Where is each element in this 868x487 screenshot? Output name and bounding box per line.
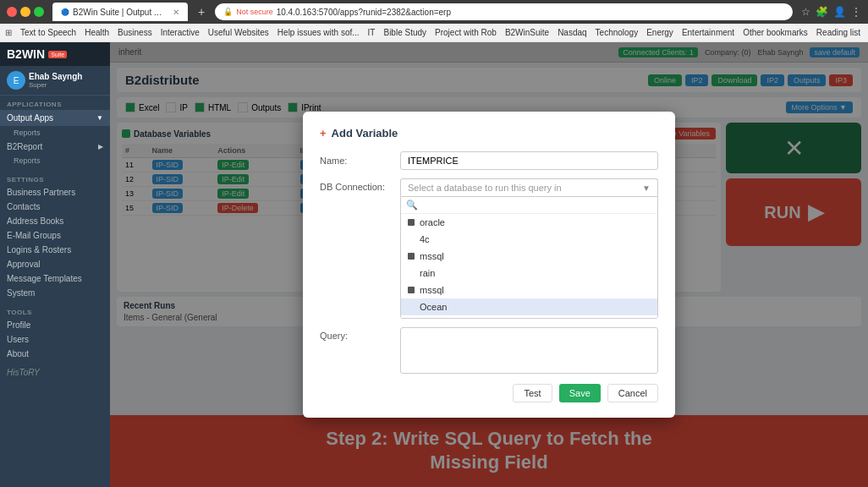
close-btn[interactable] [7, 7, 17, 17]
sidebar-section-tools: TOOLS [0, 304, 110, 318]
main-content: inherit Connected Clients: 1 Company: (0… [110, 42, 868, 487]
bookmarks-bar: ⊞ Text to Speech Health Business Interac… [0, 24, 868, 42]
bookmark-nasdaq[interactable]: Nasdaq [558, 28, 586, 37]
db-dropdown-container: Select a database to run this query in ▼… [400, 178, 658, 319]
bookmark-health[interactable]: Health [85, 28, 109, 37]
sidebar-item-approval[interactable]: Approval [0, 257, 110, 271]
db-dot-oracle1 [408, 219, 415, 226]
db-dot-mssql1 [408, 253, 415, 260]
db-dropdown-input[interactable]: Select a database to run this query in ▼ [400, 178, 658, 196]
modal: + Add Variable Name: DB Connection: Sele… [303, 112, 675, 418]
dropdown-item-mssql1[interactable]: mssql [401, 248, 657, 265]
user-name: Ehab Sayngh [29, 72, 82, 81]
dropdown-item-mssql2[interactable]: mssql [401, 282, 657, 298]
lock-icon: 🔓 [223, 8, 233, 16]
modal-overlay: + Add Variable Name: DB Connection: Sele… [110, 42, 868, 487]
browser-chrome: 🔵 B2Win Suite | Output Applicatio... ✕ +… [0, 0, 868, 24]
sidebar-item-email-groups[interactable]: E-Mail Groups [0, 228, 110, 243]
browser-tab-new[interactable]: + [191, 3, 212, 21]
sidebar-item-business-partners[interactable]: Business Partners [0, 185, 110, 200]
save-button[interactable]: Save [559, 384, 601, 402]
address-text: 10.4.0.163:5700/apps?runid=2382&action=e… [277, 8, 451, 17]
query-label: Query: [320, 327, 400, 341]
more-icon[interactable]: ⋮ [851, 6, 861, 18]
bookmark-project[interactable]: Project with Rob [435, 28, 497, 37]
query-row: Query: [320, 327, 658, 374]
bookmark-apps-icon[interactable]: ⊞ [5, 28, 12, 37]
test-button[interactable]: Test [513, 384, 552, 402]
modal-title: + Add Variable [320, 127, 658, 140]
sidebar-logo: B2WIN Suite [0, 42, 110, 66]
dropdown-search-row: 🔍 [401, 197, 657, 214]
sidebar-item-address-books[interactable]: Address Books [0, 214, 110, 228]
history-label: HisToRY [0, 361, 110, 377]
sidebar-item-profile[interactable]: Profile [0, 318, 110, 332]
not-secure-label: Not secure [236, 8, 273, 16]
bookmark-it[interactable]: IT [368, 28, 376, 37]
sidebar-user: E Ehab Sayngh Super [0, 66, 110, 96]
db-dot-mssql2 [408, 287, 415, 293]
name-row: Name: [320, 151, 658, 170]
sidebar: B2WIN Suite E Ehab Sayngh Super APPLICAT… [0, 42, 110, 487]
sidebar-item-reports[interactable]: Reports [0, 154, 110, 167]
dropdown-item-mssql3[interactable]: mssql [401, 315, 657, 319]
bookmark-energy[interactable]: Energy [646, 28, 673, 37]
sidebar-item-logins[interactable]: Logins & Rosters [0, 243, 110, 257]
tab-favicon: 🔵 [61, 8, 69, 16]
browser-controls [7, 7, 44, 17]
modal-title-icon: + [320, 127, 327, 140]
db-row: DB Connection: Select a database to run … [320, 178, 658, 319]
profile-icon[interactable]: 👤 [833, 6, 846, 18]
star-icon[interactable]: ☆ [801, 6, 810, 18]
dropdown-item-ocean[interactable]: Ocean [401, 298, 657, 315]
address-bar[interactable]: 🔓 Not secure 10.4.0.163:5700/apps?runid=… [215, 3, 793, 20]
logo-badge: Suite [48, 51, 67, 58]
bookmark-business[interactable]: Business [118, 28, 152, 37]
bookmark-b2win[interactable]: B2WinSuite [505, 28, 549, 37]
dropdown-item-rain[interactable]: rain [401, 265, 657, 282]
sidebar-section-applications: APPLICATIONS [0, 96, 110, 110]
sidebar-item-message-templates[interactable]: Message Templates [0, 271, 110, 286]
logo-text: B2WIN [7, 47, 45, 61]
bookmark-help[interactable]: Help issues with sof... [277, 28, 360, 37]
dropdown-item-oracle1[interactable]: oracle [401, 214, 657, 231]
dropdown-search-icon: 🔍 [406, 200, 418, 211]
browser-menu-icons: ☆ 🧩 👤 ⋮ [801, 6, 861, 18]
bookmark-reading[interactable]: Reading list [816, 28, 860, 37]
bookmark-bible[interactable]: Bible Study [383, 28, 426, 37]
bookmark-entertainment[interactable]: Entertainment [682, 28, 734, 37]
db-dropdown-list: 🔍 oracle 4c [400, 196, 658, 319]
dropdown-arrow-icon: ▼ [642, 183, 651, 193]
query-input[interactable] [400, 327, 658, 374]
bookmark-text-to-speech[interactable]: Text to Speech [20, 28, 76, 37]
sidebar-item-contacts[interactable]: Contacts [0, 200, 110, 214]
sidebar-item-about[interactable]: About [0, 347, 110, 361]
sidebar-section-settings: SETTINGS [0, 171, 110, 185]
name-label: Name: [320, 156, 400, 166]
bookmark-tech[interactable]: Technology [596, 28, 639, 37]
cancel-button[interactable]: Cancel [607, 384, 658, 402]
dropdown-item-4c[interactable]: 4c [401, 231, 657, 248]
modal-footer: Test Save Cancel [320, 384, 658, 402]
browser-tab-active[interactable]: 🔵 B2Win Suite | Output Applicatio... ✕ [52, 3, 188, 21]
extensions-icon[interactable]: 🧩 [816, 6, 828, 18]
sidebar-item-b2report[interactable]: B2Report▶ [0, 140, 110, 154]
bookmark-other[interactable]: Other bookmarks [743, 28, 808, 37]
tab-close-icon[interactable]: ✕ [173, 8, 179, 17]
bookmark-useful[interactable]: Useful Websites [208, 28, 269, 37]
sidebar-item-output-apps[interactable]: Output Apps▼ [0, 110, 110, 126]
db-label: DB Connection: [320, 178, 400, 192]
sidebar-item-reports-sub[interactable]: Reports [0, 126, 110, 140]
avatar: E [7, 71, 25, 90]
minimize-btn[interactable] [20, 7, 30, 17]
maximize-btn[interactable] [34, 7, 44, 17]
sidebar-item-system[interactable]: System [0, 286, 110, 300]
name-input[interactable] [400, 151, 658, 170]
db-placeholder: Select a database to run this query in [408, 183, 562, 193]
user-role: Super [29, 81, 82, 89]
app-layout: B2WIN Suite E Ehab Sayngh Super APPLICAT… [0, 42, 868, 487]
bookmark-interactive[interactable]: Interactive [161, 28, 200, 37]
sidebar-item-users[interactable]: Users [0, 332, 110, 347]
